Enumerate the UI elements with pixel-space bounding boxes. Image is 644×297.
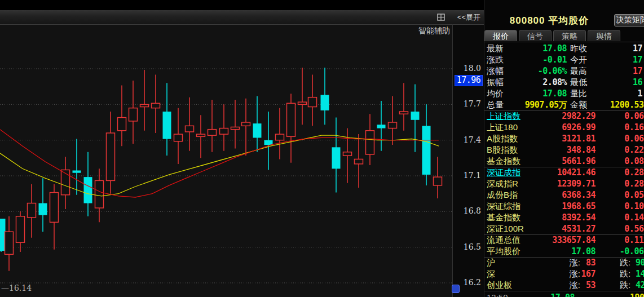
quote-value: 17.0 — [573, 43, 644, 54]
partial-tick-row: 13:50 17.08 1900 — [484, 292, 644, 297]
y-axis-label: 17.1 — [453, 171, 481, 180]
decision-matrix-button[interactable]: 决策矩阵 — [614, 14, 644, 26]
quote-label: 涨跌 — [487, 54, 504, 65]
candle-up — [140, 70, 149, 131]
current-price-tag: 17.96 — [455, 75, 483, 86]
decliners-count: 42 — [636, 280, 644, 291]
index-change-pct: 0.06% — [575, 110, 644, 122]
quote-row: 总量9907.05万金额1200.53亿 — [484, 99, 644, 110]
candle-up — [242, 99, 250, 156]
quote-label: 涨幅 — [487, 65, 504, 77]
candle-up — [118, 86, 126, 147]
quote-row: 均价17.08量比1.1 — [484, 88, 644, 99]
quote-value: 2.08% — [507, 77, 567, 88]
tab-sentiment[interactable]: 舆情 — [588, 30, 620, 41]
candle-up — [308, 75, 317, 126]
candle-up — [231, 100, 240, 149]
index-row[interactable]: 基金指数8392.540.14% — [484, 212, 644, 223]
index-row[interactable]: 基金指数5661.960.08% — [484, 156, 644, 167]
y-axis-label: 16.8 — [453, 206, 481, 215]
tick-time: 13:50 — [487, 292, 508, 297]
y-axis-label: 17.4 — [453, 135, 481, 144]
candle-up — [220, 104, 228, 150]
y-axis-label: 18.0 — [453, 64, 481, 73]
candle-up — [400, 83, 408, 130]
index-row[interactable]: 深证100R4531.270.56% — [484, 223, 644, 234]
index-row[interactable]: 上证1806926.990.16% — [484, 122, 644, 133]
index-row[interactable]: 上证指数2982.290.06% — [484, 110, 644, 122]
index-change-pct: 0.08% — [575, 156, 644, 167]
tab-quote[interactable]: 报价 — [484, 30, 517, 41]
candle-up — [50, 184, 59, 250]
quote-value: 1200.53亿 — [573, 99, 644, 110]
index-change-pct: 0.28% — [575, 178, 644, 189]
candle-up — [16, 211, 25, 252]
index-change-pct: 0.11% — [575, 234, 644, 246]
stock-app-window: <<展开 智能辅助 18.017.717.417.116.816.516.2 1… — [0, 0, 644, 297]
index-row[interactable]: 深证成指10421.460.28% — [484, 167, 644, 178]
index-change-pct: 0.16% — [575, 122, 644, 133]
quote-row: 涨跌-0.01今开17.0 — [484, 54, 644, 65]
decliners-label: 跌: — [620, 268, 630, 280]
index-row[interactable]: 深证综指1968.650.10% — [484, 201, 644, 212]
advancers-count: 83 — [569, 257, 596, 268]
candle-up — [389, 96, 397, 145]
index-row[interactable]: A股指数3121.810.06% — [484, 133, 644, 144]
candle-down — [321, 68, 329, 125]
quote-value: 1.1 — [573, 88, 644, 99]
candle-down — [411, 84, 420, 152]
candle-up — [355, 134, 363, 188]
quote-row: 最新17.08昨收17.0 — [484, 43, 644, 54]
panel-tabs: 报价 信号 策略 舆情 — [484, 30, 644, 42]
index-change-pct: 0.05% — [575, 189, 644, 201]
quote-value: 17.0 — [573, 54, 644, 65]
candle-down — [377, 101, 386, 151]
tick-volume: 1900 — [597, 292, 644, 297]
quote-row: 振幅2.08%最低16.9 — [484, 77, 644, 88]
advancers-count: 167 — [569, 268, 596, 280]
index-row[interactable]: 流通总值333657.840.11% — [484, 234, 644, 246]
kline-chart[interactable] — [0, 0, 484, 297]
index-change-pct: 0.14% — [575, 212, 644, 223]
index-row[interactable]: B股指数348.840.22% — [484, 144, 644, 156]
candle-up — [129, 81, 138, 144]
candle-up — [28, 184, 36, 238]
quote-value: 9907.05万 — [507, 99, 567, 110]
breadth-section: 沪涨:83跌:90深涨:167跌:145创业板涨:53跌:42 — [484, 257, 644, 291]
section-divider — [484, 167, 644, 167]
chart-corner-button[interactable] — [452, 285, 460, 293]
quote-row: 涨幅-0.06%最高17.2 — [484, 65, 644, 77]
quote-label: 均价 — [487, 88, 504, 99]
decliners-count: 90 — [636, 257, 644, 268]
candle-up — [197, 115, 205, 158]
candle-down — [163, 83, 171, 156]
tab-strategy[interactable]: 策略 — [553, 30, 586, 41]
quote-value: 17.2 — [573, 65, 644, 77]
indices-section: 上证指数2982.290.06%上证1806926.990.16%A股指数312… — [484, 110, 644, 257]
candle-down — [39, 178, 47, 232]
quote-label: 总量 — [487, 99, 504, 110]
market-name: 创业板 — [487, 280, 512, 291]
expand-button[interactable]: <<展开 — [457, 12, 480, 23]
candle-up — [186, 97, 194, 151]
index-change-pct: 0.22% — [575, 144, 644, 156]
breadth-row: 深涨:167跌:145 — [484, 268, 644, 280]
candle-down — [422, 104, 431, 185]
index-row[interactable]: 成份B指6368.340.05% — [484, 189, 644, 201]
candle-up — [61, 157, 70, 209]
decliners-label: 跌: — [620, 280, 630, 291]
index-change-pct: 0.28% — [575, 167, 644, 178]
chart-toolbar: <<展开 — [0, 10, 484, 25]
smart-assist-label[interactable]: 智能辅助 — [418, 26, 450, 36]
quote-label: 最新 — [487, 43, 504, 54]
breadth-row: 沪涨:83跌:90 — [484, 257, 644, 268]
candle-down — [332, 118, 341, 193]
stock-title: 800800 平均股价 — [484, 14, 614, 27]
quote-value: 17.08 — [507, 43, 567, 54]
index-row[interactable]: 平均股价17.08-0.06% — [484, 246, 644, 257]
tab-signal[interactable]: 信号 — [519, 30, 552, 41]
grid-layout-icon[interactable] — [437, 14, 453, 21]
index-row[interactable]: 深成指R12309.710.28% — [484, 178, 644, 189]
index-change-pct: -0.06% — [575, 246, 644, 257]
quote-value: -0.06% — [507, 65, 567, 77]
